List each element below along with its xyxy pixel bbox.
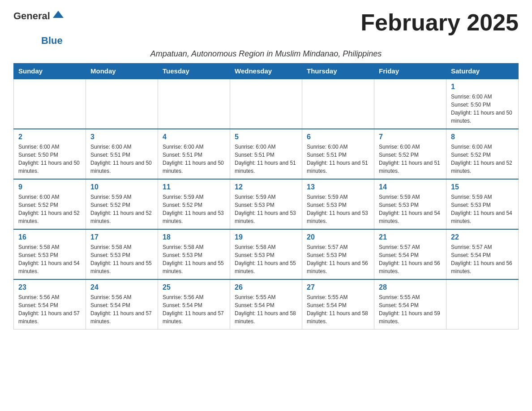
- day-number: 26: [235, 283, 297, 291]
- table-cell: [158, 79, 230, 129]
- day-info: Sunrise: 5:58 AMSunset: 5:53 PMDaylight:…: [90, 243, 153, 275]
- logo-text-blue: Blue: [41, 35, 63, 46]
- table-cell: 13Sunrise: 5:59 AMSunset: 5:53 PMDayligh…: [302, 179, 374, 229]
- day-number: 22: [451, 233, 514, 241]
- day-number: 16: [18, 233, 81, 241]
- table-cell: 7Sunrise: 6:00 AMSunset: 5:52 PMDaylight…: [374, 129, 446, 179]
- day-number: 15: [451, 183, 514, 191]
- day-number: 20: [307, 233, 369, 241]
- day-number: 10: [90, 183, 153, 191]
- logo-icon: [51, 9, 65, 23]
- day-info: Sunrise: 5:55 AMSunset: 5:54 PMDaylight:…: [379, 293, 442, 325]
- day-number: 5: [235, 133, 297, 141]
- header-wednesday: Wednesday: [230, 64, 302, 79]
- table-cell: 9Sunrise: 6:00 AMSunset: 5:52 PMDaylight…: [14, 179, 86, 229]
- table-cell: [230, 79, 302, 129]
- day-number: 2: [18, 133, 81, 141]
- table-cell: [86, 79, 158, 129]
- day-info: Sunrise: 6:00 AMSunset: 5:51 PMDaylight:…: [163, 143, 225, 175]
- day-number: 19: [235, 233, 297, 241]
- table-cell: 25Sunrise: 5:56 AMSunset: 5:54 PMDayligh…: [158, 279, 230, 330]
- table-cell: 14Sunrise: 5:59 AMSunset: 5:53 PMDayligh…: [374, 179, 446, 229]
- day-info: Sunrise: 5:59 AMSunset: 5:53 PMDaylight:…: [451, 193, 514, 225]
- day-info: Sunrise: 5:56 AMSunset: 5:54 PMDaylight:…: [163, 293, 225, 325]
- table-cell: [14, 79, 86, 129]
- day-info: Sunrise: 5:59 AMSunset: 5:53 PMDaylight:…: [379, 193, 442, 225]
- day-info: Sunrise: 5:55 AMSunset: 5:54 PMDaylight:…: [307, 293, 369, 325]
- day-number: 18: [163, 233, 225, 241]
- day-info: Sunrise: 5:56 AMSunset: 5:54 PMDaylight:…: [90, 293, 153, 325]
- table-cell: 16Sunrise: 5:58 AMSunset: 5:53 PMDayligh…: [14, 229, 86, 279]
- day-info: Sunrise: 6:00 AMSunset: 5:51 PMDaylight:…: [307, 143, 369, 175]
- day-info: Sunrise: 5:58 AMSunset: 5:53 PMDaylight:…: [235, 243, 297, 275]
- table-cell: [302, 79, 374, 129]
- table-cell: 15Sunrise: 5:59 AMSunset: 5:53 PMDayligh…: [446, 179, 519, 229]
- day-info: Sunrise: 5:59 AMSunset: 5:53 PMDaylight:…: [235, 193, 297, 225]
- day-info: Sunrise: 5:55 AMSunset: 5:54 PMDaylight:…: [235, 293, 297, 325]
- header-tuesday: Tuesday: [158, 64, 230, 79]
- header-sunday: Sunday: [14, 64, 86, 79]
- day-info: Sunrise: 6:00 AMSunset: 5:50 PMDaylight:…: [18, 143, 81, 175]
- svg-marker-0: [53, 11, 64, 18]
- day-number: 11: [163, 183, 225, 191]
- day-number: 13: [307, 183, 369, 191]
- month-title: February 2025: [360, 9, 519, 36]
- day-info: Sunrise: 5:59 AMSunset: 5:52 PMDaylight:…: [90, 193, 153, 225]
- logo-text-general: General: [13, 10, 50, 22]
- header-monday: Monday: [86, 64, 158, 79]
- table-cell: 12Sunrise: 5:59 AMSunset: 5:53 PMDayligh…: [230, 179, 302, 229]
- day-number: 12: [235, 183, 297, 191]
- subtitle: Ampatuan, Autonomous Region in Muslim Mi…: [13, 49, 519, 59]
- table-cell: 5Sunrise: 6:00 AMSunset: 5:51 PMDaylight…: [230, 129, 302, 179]
- day-info: Sunrise: 6:00 AMSunset: 5:51 PMDaylight:…: [90, 143, 153, 175]
- header-thursday: Thursday: [302, 64, 374, 79]
- week-row-4: 16Sunrise: 5:58 AMSunset: 5:53 PMDayligh…: [14, 229, 519, 279]
- table-cell: 20Sunrise: 5:57 AMSunset: 5:53 PMDayligh…: [302, 229, 374, 279]
- day-number: 1: [451, 83, 514, 91]
- week-row-3: 9Sunrise: 6:00 AMSunset: 5:52 PMDaylight…: [14, 179, 519, 229]
- day-info: Sunrise: 5:57 AMSunset: 5:53 PMDaylight:…: [307, 243, 369, 275]
- header-saturday: Saturday: [446, 64, 519, 79]
- table-cell: 3Sunrise: 6:00 AMSunset: 5:51 PMDaylight…: [86, 129, 158, 179]
- table-cell: 11Sunrise: 5:59 AMSunset: 5:52 PMDayligh…: [158, 179, 230, 229]
- table-cell: 23Sunrise: 5:56 AMSunset: 5:54 PMDayligh…: [14, 279, 86, 330]
- page-header: General February 2025: [13, 9, 519, 36]
- table-cell: 8Sunrise: 6:00 AMSunset: 5:52 PMDaylight…: [446, 129, 519, 179]
- table-cell: 10Sunrise: 5:59 AMSunset: 5:52 PMDayligh…: [86, 179, 158, 229]
- table-cell: 18Sunrise: 5:58 AMSunset: 5:53 PMDayligh…: [158, 229, 230, 279]
- day-info: Sunrise: 5:57 AMSunset: 5:54 PMDaylight:…: [451, 243, 514, 275]
- calendar-table: Sunday Monday Tuesday Wednesday Thursday…: [13, 63, 519, 330]
- day-number: 3: [90, 133, 153, 141]
- table-cell: [446, 279, 519, 330]
- logo: General: [13, 9, 66, 23]
- table-cell: 22Sunrise: 5:57 AMSunset: 5:54 PMDayligh…: [446, 229, 519, 279]
- day-info: Sunrise: 6:00 AMSunset: 5:52 PMDaylight:…: [18, 193, 81, 225]
- day-number: 27: [307, 283, 369, 291]
- week-row-5: 23Sunrise: 5:56 AMSunset: 5:54 PMDayligh…: [14, 279, 519, 330]
- header-friday: Friday: [374, 64, 446, 79]
- table-cell: [374, 79, 446, 129]
- day-number: 28: [379, 283, 442, 291]
- day-info: Sunrise: 5:58 AMSunset: 5:53 PMDaylight:…: [18, 243, 81, 275]
- day-number: 24: [90, 283, 153, 291]
- table-cell: 19Sunrise: 5:58 AMSunset: 5:53 PMDayligh…: [230, 229, 302, 279]
- week-row-2: 2Sunrise: 6:00 AMSunset: 5:50 PMDaylight…: [14, 129, 519, 179]
- table-cell: 24Sunrise: 5:56 AMSunset: 5:54 PMDayligh…: [86, 279, 158, 330]
- day-info: Sunrise: 6:00 AMSunset: 5:52 PMDaylight:…: [451, 143, 514, 175]
- day-number: 4: [163, 133, 225, 141]
- table-cell: 26Sunrise: 5:55 AMSunset: 5:54 PMDayligh…: [230, 279, 302, 330]
- day-info: Sunrise: 5:57 AMSunset: 5:54 PMDaylight:…: [379, 243, 442, 275]
- day-info: Sunrise: 5:56 AMSunset: 5:54 PMDaylight:…: [18, 293, 81, 325]
- day-number: 23: [18, 283, 81, 291]
- day-number: 9: [18, 183, 81, 191]
- day-number: 21: [379, 233, 442, 241]
- day-number: 8: [451, 133, 514, 141]
- day-info: Sunrise: 6:00 AMSunset: 5:51 PMDaylight:…: [235, 143, 297, 175]
- day-number: 7: [379, 133, 442, 141]
- table-cell: 2Sunrise: 6:00 AMSunset: 5:50 PMDaylight…: [14, 129, 86, 179]
- day-number: 6: [307, 133, 369, 141]
- day-info: Sunrise: 6:00 AMSunset: 5:50 PMDaylight:…: [451, 93, 514, 125]
- day-number: 14: [379, 183, 442, 191]
- week-row-1: 1Sunrise: 6:00 AMSunset: 5:50 PMDaylight…: [14, 79, 519, 129]
- day-number: 17: [90, 233, 153, 241]
